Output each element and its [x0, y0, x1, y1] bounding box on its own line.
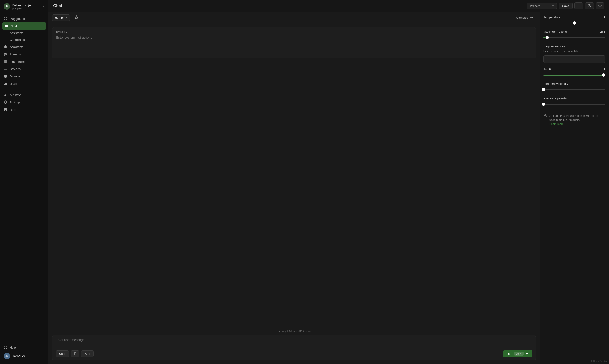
- temperature-value: 1: [604, 15, 605, 19]
- presence-penalty-section: Presence penalty 0: [543, 97, 605, 106]
- temperature-fill: [543, 23, 574, 24]
- top-p-label: Top P: [543, 67, 551, 71]
- sidebar-item-storage[interactable]: Storage: [0, 73, 48, 80]
- message-input-box: User Add Run Ctrl ↵: [52, 335, 536, 360]
- sidebar-item-playground[interactable]: Playground: [0, 15, 48, 22]
- run-label: Run: [507, 352, 512, 355]
- chevron-down-icon: ▾: [43, 5, 44, 8]
- project-avatar: P: [4, 3, 10, 10]
- frequency-penalty-label: Frequency penalty: [543, 82, 568, 85]
- add-button[interactable]: Add: [81, 351, 93, 357]
- svg-rect-4: [4, 46, 7, 48]
- stop-sequences-section: Stop sequences Enter sequence and press …: [543, 44, 605, 63]
- temperature-section: Temperature 1: [543, 15, 605, 25]
- code-button[interactable]: [596, 2, 604, 9]
- system-input[interactable]: [56, 36, 532, 54]
- project-selector[interactable]: P Default project planplus ▾: [0, 0, 48, 13]
- compare-button[interactable]: Compare: [514, 14, 536, 21]
- pin-icon: [74, 15, 78, 20]
- upload-icon: [577, 4, 581, 8]
- sidebar-item-chat[interactable]: Chat: [2, 22, 46, 30]
- top-p-slider-container: [543, 73, 605, 78]
- copy-icon: [73, 352, 77, 356]
- presence-penalty-track: [543, 104, 605, 104]
- history-button[interactable]: [585, 2, 594, 9]
- chat-messages: [48, 62, 540, 328]
- sidebar-item-batches[interactable]: Batches: [0, 65, 48, 73]
- top-p-header: Top P 1: [543, 67, 605, 71]
- svg-rect-39: [74, 353, 76, 355]
- model-selector[interactable]: gpt-4o ▾: [52, 14, 70, 21]
- copy-button[interactable]: [70, 351, 79, 357]
- max-tokens-label: Maximum Tokens: [543, 30, 567, 33]
- max-tokens-slider-container: [543, 35, 605, 40]
- sidebar-item-label: Storage: [10, 75, 20, 78]
- svg-rect-3: [6, 19, 7, 20]
- upload-button[interactable]: [574, 2, 583, 9]
- batch-icon: [4, 67, 7, 71]
- sidebar-item-assistants[interactable]: Assistants: [0, 43, 48, 51]
- chat-main: gpt-4o ▾ Compare: [48, 12, 540, 364]
- sidebar-item-help[interactable]: ? Help: [0, 344, 48, 351]
- temperature-thumb[interactable]: [573, 21, 576, 25]
- sidebar-item-label: Threads: [10, 52, 21, 56]
- frequency-penalty-track: [543, 89, 605, 90]
- project-sub: planplus: [13, 7, 41, 10]
- learn-more-link[interactable]: Learn more: [550, 123, 564, 126]
- frequency-penalty-slider-container: [543, 87, 605, 92]
- compare-icon: [530, 16, 534, 19]
- sidebar-sub-label: Completions: [10, 38, 26, 41]
- svg-rect-7: [5, 45, 6, 46]
- sidebar-item-label: Chat: [11, 25, 17, 28]
- frequency-penalty-value: 0: [604, 82, 605, 85]
- svg-point-5: [5, 47, 5, 47]
- threads-icon: [4, 52, 7, 56]
- stop-sequences-hint: Enter sequence and press Tab: [543, 50, 605, 52]
- frequency-penalty-section: Frequency penalty 0: [543, 82, 605, 92]
- stop-sequences-label: Stop sequences: [543, 44, 565, 48]
- svg-point-11: [4, 53, 5, 54]
- presence-penalty-thumb[interactable]: [542, 103, 545, 106]
- privacy-note: API and Playground requests will not be …: [543, 111, 605, 129]
- top-p-thumb[interactable]: [602, 74, 605, 77]
- project-info: Default project planplus: [13, 3, 41, 10]
- svg-rect-0: [4, 17, 5, 18]
- run-button[interactable]: Run Ctrl ↵: [503, 350, 532, 357]
- max-tokens-value: 256: [600, 30, 605, 33]
- svg-rect-22: [4, 68, 7, 68]
- privacy-message: API and Playground requests will not be …: [550, 114, 599, 122]
- book-icon: [4, 108, 7, 112]
- sidebar-item-settings[interactable]: Settings: [0, 99, 48, 106]
- sidebar-item-api-keys[interactable]: API keys: [0, 91, 48, 99]
- sidebar-item-docs[interactable]: Docs: [0, 106, 48, 113]
- tune-button[interactable]: [72, 14, 80, 21]
- sidebar-item-label: Docs: [10, 108, 17, 112]
- sidebar-nav: Playground Chat Assistants Completions: [0, 13, 48, 342]
- chevron-down-icon: ▾: [552, 4, 554, 8]
- sidebar-item-completions-sub[interactable]: Completions: [0, 36, 48, 43]
- message-input[interactable]: [55, 338, 532, 347]
- svg-rect-10: [7, 47, 7, 47]
- presence-penalty-slider-container: [543, 102, 605, 106]
- max-tokens-thumb[interactable]: [546, 36, 549, 39]
- sidebar-item-usage[interactable]: Usage: [0, 80, 48, 87]
- sidebar-item-threads[interactable]: Threads: [0, 51, 48, 58]
- chart-icon: [4, 82, 7, 85]
- presets-selector[interactable]: Presets ▾: [527, 2, 557, 9]
- sidebar-bottom: ? Help JY Jarod Yv: [0, 342, 48, 364]
- temperature-header: Temperature 1: [543, 15, 605, 19]
- frequency-penalty-thumb[interactable]: [542, 88, 545, 91]
- chat-footer: Latency 814ms · 450 tokens User Add: [48, 328, 540, 364]
- top-p-track: [543, 75, 605, 76]
- svg-line-14: [5, 53, 6, 54]
- user-role-button[interactable]: User: [55, 351, 69, 357]
- stop-sequences-input[interactable]: [543, 55, 605, 63]
- model-chevron-icon: ▾: [66, 16, 67, 19]
- key-icon: [4, 93, 7, 97]
- svg-line-15: [5, 54, 6, 55]
- sidebar-item-finetuning[interactable]: Fine-tuning: [0, 58, 48, 65]
- sidebar-item-assistants-sub[interactable]: Assistants: [0, 30, 48, 36]
- save-button[interactable]: Save: [559, 2, 573, 9]
- user-profile[interactable]: JY Jarod Yv: [0, 351, 48, 361]
- svg-rect-23: [4, 69, 7, 70]
